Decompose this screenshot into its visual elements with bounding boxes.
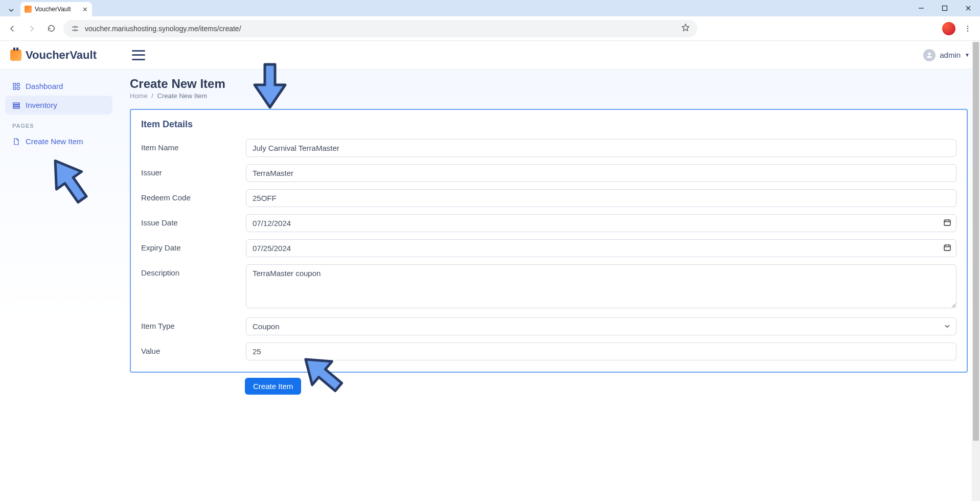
- site-settings-icon[interactable]: [71, 24, 80, 33]
- page-scrollbar[interactable]: [972, 42, 980, 501]
- breadcrumb-separator: /: [151, 92, 153, 100]
- scrollbar-thumb[interactable]: [973, 42, 979, 441]
- svg-point-13: [928, 52, 931, 55]
- label-description: Description: [141, 264, 246, 277]
- form-row-issue-date: Issue Date: [141, 214, 956, 232]
- brand[interactable]: VoucherVault: [10, 49, 123, 62]
- address-bar-row: voucher.mariushosting.synology.me/items/…: [0, 16, 980, 41]
- page-title: Create New Item: [130, 77, 968, 91]
- label-issue-date: Issue Date: [141, 214, 246, 227]
- forward-button[interactable]: [25, 21, 39, 36]
- breadcrumb-home[interactable]: Home: [130, 92, 148, 100]
- user-label: admin: [940, 51, 961, 59]
- profile-avatar[interactable]: [942, 22, 955, 35]
- textarea-description[interactable]: [246, 264, 956, 308]
- input-issue-date[interactable]: [246, 214, 956, 232]
- close-tab-icon[interactable]: ✕: [82, 6, 88, 13]
- svg-point-12: [967, 30, 968, 31]
- svg-point-11: [967, 28, 968, 29]
- svg-point-6: [74, 26, 76, 28]
- sidebar: Dashboard Inventory PAGES Create New Ite…: [0, 70, 118, 502]
- form-actions: Create Item: [245, 378, 968, 395]
- create-item-button[interactable]: Create Item: [245, 378, 301, 395]
- label-item-name: Item Name: [141, 139, 246, 152]
- sidebar-item-label: Inventory: [26, 101, 57, 109]
- form-row-value: Value: [141, 343, 956, 360]
- sidebar-item-dashboard[interactable]: Dashboard: [5, 77, 112, 96]
- favicon-icon: [25, 6, 32, 13]
- card-title: Item Details: [141, 119, 956, 130]
- bookmark-star-icon[interactable]: [681, 23, 690, 34]
- svg-point-10: [967, 26, 968, 27]
- form-row-item-type: Item Type: [141, 317, 956, 335]
- input-redeem-code[interactable]: [246, 189, 956, 207]
- minimize-button[interactable]: [909, 0, 933, 16]
- dashboard-icon: [12, 82, 20, 90]
- select-item-type[interactable]: [246, 317, 956, 335]
- brand-name: VoucherVault: [26, 49, 97, 62]
- address-bar[interactable]: voucher.mariushosting.synology.me/items/…: [63, 20, 697, 37]
- app-viewport: VoucherVault admin ▼ Dashboard: [0, 41, 980, 502]
- inventory-icon: [12, 101, 20, 109]
- svg-rect-16: [13, 87, 16, 89]
- breadcrumb: Home / Create New Item: [130, 92, 968, 100]
- user-avatar-icon: [923, 49, 936, 61]
- label-expiry-date: Expiry Date: [141, 239, 246, 252]
- reload-button[interactable]: [44, 21, 58, 36]
- form-row-issuer: Issuer: [141, 164, 956, 182]
- sidebar-section-label: PAGES: [5, 115, 112, 132]
- input-item-name[interactable]: [246, 139, 956, 157]
- sidebar-item-label: Dashboard: [26, 82, 63, 90]
- browser-more-button[interactable]: [961, 21, 975, 36]
- form-row-redeem-code: Redeem Code: [141, 189, 956, 207]
- form-row-description: Description: [141, 264, 956, 310]
- browser-tab[interactable]: VoucherVault ✕: [20, 2, 92, 16]
- close-window-button[interactable]: [956, 0, 980, 16]
- browser-chrome: VoucherVault ✕ voucher.mariushosting.syn…: [0, 0, 980, 33]
- form-row-item-name: Item Name: [141, 139, 956, 157]
- app-body: Dashboard Inventory PAGES Create New Ite…: [0, 70, 980, 502]
- breadcrumb-current: Create New Item: [157, 92, 208, 100]
- svg-rect-18: [13, 103, 19, 104]
- file-icon: [12, 138, 20, 146]
- app-topbar: VoucherVault admin ▼: [0, 41, 980, 70]
- svg-rect-17: [17, 87, 19, 89]
- chevron-down-icon: ▼: [965, 52, 970, 58]
- sidebar-item-inventory[interactable]: Inventory: [5, 96, 112, 115]
- svg-rect-19: [13, 105, 19, 106]
- window-controls: [909, 0, 980, 16]
- back-button[interactable]: [5, 21, 19, 36]
- maximize-button[interactable]: [933, 0, 956, 16]
- item-details-card: Item Details Item Name Issuer Redeem Cod…: [130, 109, 968, 373]
- label-value: Value: [141, 343, 246, 355]
- svg-point-9: [74, 29, 76, 31]
- chevron-down-icon: [8, 7, 14, 13]
- tabs-dropdown-button[interactable]: [5, 4, 17, 16]
- svg-rect-1: [943, 6, 947, 11]
- tab-strip: VoucherVault ✕: [0, 0, 980, 16]
- sidebar-toggle-button[interactable]: [132, 50, 145, 60]
- input-expiry-date[interactable]: [246, 239, 956, 257]
- label-redeem-code: Redeem Code: [141, 189, 246, 202]
- user-menu[interactable]: admin ▼: [923, 49, 970, 61]
- url-text: voucher.mariushosting.synology.me/items/…: [85, 25, 676, 33]
- brand-logo-icon: [10, 50, 21, 61]
- svg-rect-20: [13, 107, 19, 108]
- main-content: Create New Item Home / Create New Item I…: [118, 70, 980, 502]
- form-row-expiry-date: Expiry Date: [141, 239, 956, 257]
- label-issuer: Issuer: [141, 164, 246, 177]
- tab-title: VoucherVault: [35, 6, 79, 13]
- page-header: Create New Item Home / Create New Item: [130, 77, 968, 100]
- label-item-type: Item Type: [141, 317, 246, 330]
- input-issuer[interactable]: [246, 164, 956, 182]
- svg-rect-14: [13, 83, 16, 86]
- sidebar-item-label: Create New Item: [26, 137, 83, 146]
- sidebar-item-create-new-item[interactable]: Create New Item: [5, 132, 112, 151]
- input-value[interactable]: [246, 343, 956, 360]
- svg-rect-15: [17, 83, 19, 86]
